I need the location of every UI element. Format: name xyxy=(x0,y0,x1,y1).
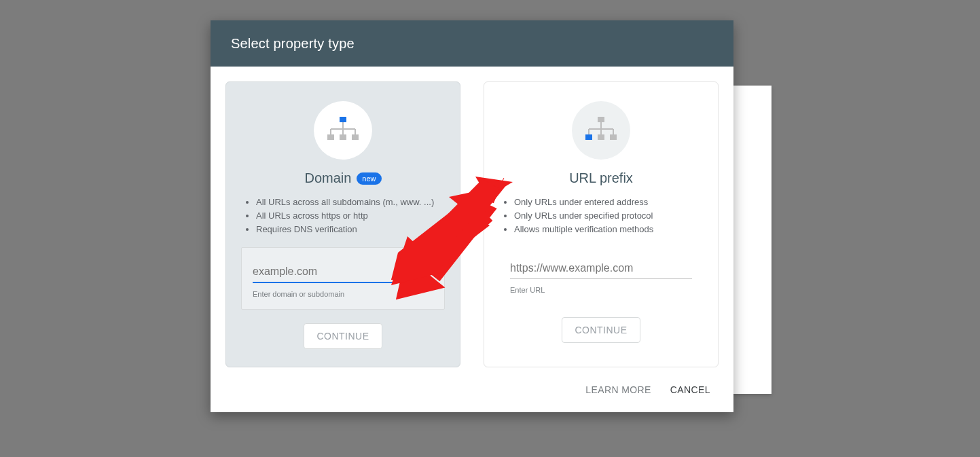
card-domain[interactable]: Domain new All URLs across all subdomain… xyxy=(225,81,460,367)
new-badge: new xyxy=(357,172,381,185)
svg-rect-15 xyxy=(585,134,592,140)
domain-input-box: Enter domain or subdomain xyxy=(241,247,445,310)
property-type-modal: Select property type Domain xyxy=(211,20,733,412)
svg-rect-8 xyxy=(352,134,359,140)
list-item: Requires DNS verification xyxy=(256,223,445,236)
list-item: Allows multiple verification methods xyxy=(514,223,703,236)
list-item: Only URLs under specified protocol xyxy=(514,209,703,223)
modal-header: Select property type xyxy=(211,20,733,67)
domain-continue-button[interactable]: CONTINUE xyxy=(304,323,382,349)
url-prefix-continue-button[interactable]: CONTINUE xyxy=(562,317,640,343)
or-divider: or xyxy=(460,81,484,367)
url-prefix-input-helper: Enter URL xyxy=(510,286,692,294)
url-prefix-input-box: Enter URL xyxy=(499,247,703,304)
svg-rect-6 xyxy=(327,134,334,140)
domain-title-row: Domain new xyxy=(304,170,381,186)
svg-rect-17 xyxy=(610,134,617,140)
url-prefix-title-row: URL prefix xyxy=(569,170,633,186)
list-item: All URLs across https or http xyxy=(256,209,445,223)
url-prefix-input[interactable] xyxy=(510,259,692,279)
domain-bullets: All URLs across all subdomains (m., www.… xyxy=(241,196,445,236)
url-prefix-tree-icon xyxy=(572,101,630,160)
url-prefix-bullets: Only URLs under entered address Only URL… xyxy=(499,196,703,236)
domain-tree-icon xyxy=(314,101,372,160)
domain-input[interactable] xyxy=(253,263,433,283)
url-prefix-title: URL prefix xyxy=(569,170,633,186)
learn-more-link[interactable]: LEARN MORE xyxy=(585,384,651,395)
list-item: All URLs across all subdomains (m., www.… xyxy=(256,196,445,209)
modal-body: Domain new All URLs across all subdomain… xyxy=(211,67,733,367)
svg-rect-7 xyxy=(340,134,346,140)
svg-rect-0 xyxy=(340,117,346,122)
svg-rect-16 xyxy=(598,134,604,140)
card-url-prefix[interactable]: URL prefix Only URLs under entered addre… xyxy=(484,81,719,367)
domain-input-helper: Enter domain or subdomain xyxy=(253,290,433,298)
modal-title: Select property type xyxy=(231,36,355,52)
modal-footer: LEARN MORE CANCEL xyxy=(211,367,733,412)
list-item: Only URLs under entered address xyxy=(514,196,703,209)
domain-title: Domain xyxy=(304,170,351,186)
svg-rect-9 xyxy=(598,117,604,122)
or-label: or xyxy=(468,219,476,230)
cancel-button[interactable]: CANCEL xyxy=(670,384,710,395)
